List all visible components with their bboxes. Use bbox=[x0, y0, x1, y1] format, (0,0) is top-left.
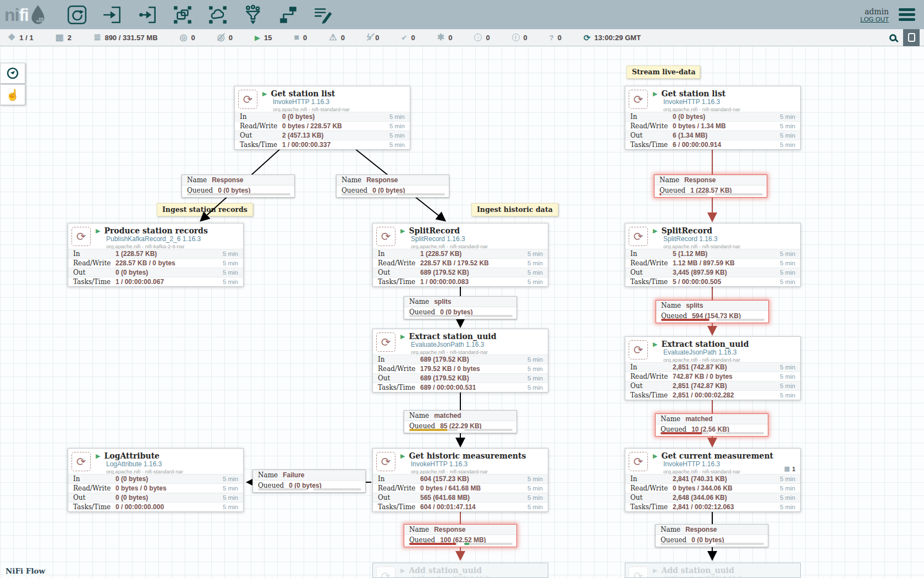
queue-count-bar bbox=[659, 193, 708, 195]
queued-list-icon: ≣ bbox=[94, 33, 101, 42]
refresh-icon[interactable]: ⟳ bbox=[584, 34, 591, 42]
running-icon: ▶ bbox=[400, 333, 405, 340]
stat-label: Out bbox=[625, 494, 673, 501]
connection-label[interactable]: NameResponse Queued0 (0 bytes) bbox=[182, 175, 295, 198]
running-icon: ▶ bbox=[653, 227, 657, 235]
processor[interactable]: ⟳ ▶Add station_uuid JoltTransformJSON 1.… bbox=[372, 563, 548, 578]
stat-period: 5 min bbox=[223, 476, 238, 482]
threads-grid-icon: ▦ bbox=[56, 33, 64, 42]
breadcrumb[interactable]: NiFi Flow bbox=[6, 566, 45, 575]
stat-period: 5 min bbox=[223, 504, 238, 510]
connection-label[interactable]: Namesplits Queued594 (154.73 KB) bbox=[656, 300, 769, 323]
nifi-logo: nifi bbox=[4, 4, 46, 26]
processor[interactable]: ⟳ ▶SplitRecord SplitRecord 1.16.3 org.ap… bbox=[625, 223, 801, 287]
processor-icon[interactable] bbox=[66, 4, 88, 26]
settings-panel-button[interactable] bbox=[903, 29, 920, 46]
header-right: admin LOG OUT bbox=[860, 7, 924, 23]
last-refresh[interactable]: ⟳13:00:29 GMT bbox=[584, 34, 641, 42]
nifi-app: { "header": { "logo_text": "nifi", "user… bbox=[0, 0, 924, 578]
processor[interactable]: ⟳ ▶Produce station records PublishKafkaR… bbox=[68, 223, 244, 287]
connection-name: Response bbox=[366, 176, 398, 184]
cluster-icon: ❖ bbox=[8, 33, 15, 42]
output-port-icon[interactable] bbox=[136, 4, 158, 26]
stopped-icon: ■ bbox=[294, 33, 299, 42]
threads-icon: ▦ bbox=[784, 465, 790, 472]
logout-link[interactable]: LOG OUT bbox=[860, 16, 889, 23]
stat-value: 0 (0 bytes) bbox=[116, 494, 148, 501]
stat-value: 6 (1.34 MB) bbox=[673, 132, 707, 139]
flow-status-bar: ❖1 / 1 ▦2 ≣890 / 331.57 MB ◎0 ◎0 ▶15 ■0 … bbox=[0, 29, 924, 46]
processor[interactable]: ⟳ ▶SplitRecord SplitRecord 1.16.3 org.ap… bbox=[372, 223, 548, 287]
queue-size-bar bbox=[242, 193, 290, 195]
search-icon[interactable] bbox=[889, 34, 897, 41]
connection-label[interactable]: Namematched Queued85 (22.29 KB) bbox=[404, 410, 517, 433]
stat-label: Out bbox=[373, 269, 420, 276]
processor-name: Extract station_uuid bbox=[661, 340, 749, 348]
flow-label[interactable]: Ingest historic data bbox=[471, 203, 558, 216]
queue-size-bar bbox=[464, 429, 513, 431]
processor-name: Produce station records bbox=[104, 226, 207, 235]
global-menu-icon[interactable] bbox=[899, 8, 915, 21]
connection-label[interactable]: NameResponse Queued0 (0 bytes) bbox=[336, 175, 449, 198]
remote-process-group-icon[interactable] bbox=[207, 4, 229, 26]
processor[interactable]: ⟳ ▶Extract station_uuid EvaluateJsonPath… bbox=[372, 329, 548, 392]
stat-label: Tasks/Time bbox=[68, 278, 116, 286]
label-icon[interactable] bbox=[312, 4, 334, 26]
stat-value: 604 / 00:01:47.114 bbox=[420, 503, 476, 511]
connection-label[interactable]: Namesplits Queued0 (0 bytes) bbox=[404, 296, 517, 319]
hand-icon: ☝ bbox=[6, 88, 20, 101]
connection-label[interactable]: Namematched Queued10 (2.56 KB) bbox=[655, 413, 768, 437]
operate-palette-button[interactable]: ☝ bbox=[0, 84, 25, 105]
connection-name: Response bbox=[684, 176, 716, 184]
processor[interactable]: ⟳ ▶LogAttribute LogAttribute 1.16.3 org.… bbox=[68, 448, 244, 512]
input-port-icon[interactable] bbox=[101, 4, 123, 26]
processor[interactable]: ⟳ ▶Add station_uuid JoltTransformJSON 1.… bbox=[625, 563, 801, 578]
transmitting-status: ◎0 bbox=[180, 33, 195, 42]
locally-modified-status: ✱0 bbox=[437, 33, 453, 42]
processor-name: SplitRecord bbox=[661, 226, 712, 235]
stat-period: 5 min bbox=[780, 383, 795, 389]
stat-period: 5 min bbox=[223, 485, 238, 492]
processor[interactable]: ⟳ ▶Get historic measurements InvokeHTTP … bbox=[372, 448, 548, 512]
current-user: admin bbox=[860, 7, 889, 16]
connection-label[interactable]: NameResponse Queued1 (228.57 KB) bbox=[654, 175, 767, 198]
navigate-palette-button[interactable] bbox=[0, 63, 25, 84]
processor-type: InvokeHTTP 1.16.3 bbox=[663, 460, 797, 468]
stat-value: 6 / 00:00:00.914 bbox=[673, 141, 721, 149]
queue-count-bar bbox=[409, 429, 458, 431]
stat-value: 0 bytes / 1.34 MB bbox=[673, 122, 726, 130]
processor-stamp-icon: ⟳ bbox=[376, 227, 395, 246]
funnel-icon[interactable] bbox=[242, 4, 264, 26]
stat-period: 5 min bbox=[223, 260, 238, 266]
process-group-icon[interactable] bbox=[172, 4, 194, 26]
processor[interactable]: ⟳ ▶Get station list InvokeHTTP 1.16.3 or… bbox=[625, 86, 801, 150]
stat-value: 0 (0 bytes) bbox=[116, 475, 148, 483]
processor-name: Get historic measurements bbox=[409, 451, 526, 460]
component-toolbar bbox=[66, 0, 334, 29]
processor[interactable]: ⟳ ▶Extract station_uuid EvaluateJsonPath… bbox=[625, 336, 801, 400]
connection-label[interactable]: NameResponse Queued0 (0 bytes) bbox=[655, 524, 768, 547]
running-icon: ▶ bbox=[255, 34, 260, 41]
queue-size-bar bbox=[464, 315, 513, 317]
stat-value: 0 bytes / 228.57 KB bbox=[282, 122, 342, 130]
processor-type: InvokeHTTP 1.16.3 bbox=[411, 460, 544, 468]
queue-size-bar bbox=[313, 488, 361, 490]
flow-label[interactable]: Ingest station records bbox=[157, 203, 253, 216]
processor-stamp-icon: ⟳ bbox=[72, 227, 91, 246]
up-to-date-status: ✔0 bbox=[402, 34, 415, 42]
stat-label: Tasks/Time bbox=[373, 278, 420, 286]
disabled-status: ϟ0 bbox=[367, 33, 380, 42]
stat-value: 689 (179.52 KB) bbox=[420, 356, 469, 363]
processor[interactable]: ⟳ ▶Get current measurement InvokeHTTP 1.… bbox=[625, 448, 801, 512]
stat-label: Out bbox=[68, 494, 116, 501]
connection-label[interactable]: NameResponse Queued100 (62.52 MB) bbox=[404, 524, 517, 547]
processor-stamp-icon: ⟳ bbox=[629, 452, 648, 471]
processor-stamp-icon: ⟳ bbox=[629, 340, 648, 359]
connection-label[interactable]: NameFailure Queued0 (0 bytes) bbox=[252, 470, 366, 493]
processor[interactable]: ⟳ ▶Get station list InvokeHTTP 1.16.3 or… bbox=[234, 86, 410, 150]
flow-label[interactable]: Stream live-data bbox=[626, 66, 700, 79]
connection-name-label: Name bbox=[409, 298, 429, 306]
template-icon[interactable] bbox=[277, 4, 299, 26]
app-header: nifi bbox=[0, 0, 924, 29]
logo-text-fi: fi bbox=[19, 4, 29, 26]
